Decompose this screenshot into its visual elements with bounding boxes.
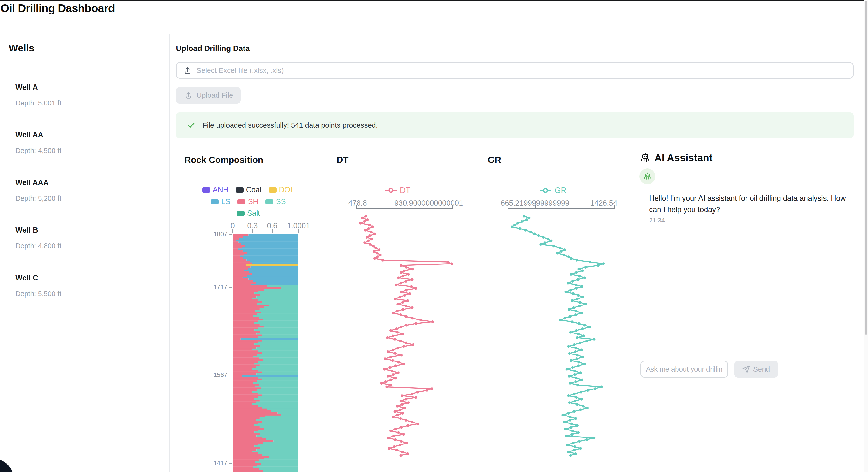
legend-label: DT [400,186,411,195]
rock-depth-tick [228,463,232,464]
legend-swatch [236,187,244,193]
legend-label: Salt [247,209,260,218]
legend-label: SS [276,197,286,206]
upload-success-text: File uploaded successfully! 541 data poi… [203,121,378,129]
assistant-message: Hello! I'm your AI assistant for oil dri… [649,193,848,215]
dt-line-chart[interactable] [354,212,457,472]
rock-depth-tick [228,234,232,235]
legend-item-dol[interactable]: DOL [269,185,294,194]
check-icon [187,121,196,130]
ai-assistant-title: AI Assistant [654,152,712,164]
dt-axis-tick [356,205,357,209]
dev-indicator[interactable] [0,459,14,472]
gr-axis-tick [535,205,535,209]
legend-label: ANH [213,185,228,194]
rock-x-tick [298,230,299,233]
upload-button-label: Upload File [196,91,233,99]
sidebar-item-well-a[interactable]: Well A Depth: 5,001 ft [16,83,151,119]
well-name[interactable]: Well AAA [16,178,151,187]
well-name[interactable]: Well B [16,226,151,235]
header-divider [0,34,864,34]
legend-item-sh[interactable]: SH [238,197,258,206]
rock-depth-tick-label: 1717 [199,283,227,291]
upload-success-alert: File uploaded successfully! 541 data poi… [176,113,854,138]
rock-x-tick [272,230,273,233]
upload-file-button[interactable]: Upload File [176,87,241,104]
legend-item-anh[interactable]: ANH [202,185,228,194]
rock-composition-chart[interactable] [233,233,299,472]
legend-item-ls[interactable]: LS [211,197,230,206]
robot-icon [640,152,651,164]
line-marker-icon [539,187,552,194]
wells-panel-title: Wells [9,42,34,54]
dt-legend-item[interactable]: DT [337,185,458,196]
legend-label: GR [555,186,567,195]
well-name[interactable]: Well C [16,273,151,283]
line-marker-icon [384,187,397,194]
sidebar-item-well-aaa[interactable]: Well AAA Depth: 5,200 ft [16,178,151,214]
rock-depth-tick [228,375,232,376]
legend-swatch [202,187,210,193]
well-name[interactable]: Well A [16,83,151,92]
rock-composition-title: Rock Composition [184,155,263,165]
file-select-input[interactable]: Select Excel file (.xlsx, .xls) [176,62,854,79]
sidebar-divider [169,34,170,472]
legend-label: SH [248,197,258,206]
rock-x-tick [232,230,233,233]
dt-axis-tick [452,205,453,209]
gr-legend-item[interactable]: GR [488,185,618,196]
legend-label: LS [221,197,230,206]
legend-item-coal[interactable]: Coal [236,185,261,194]
upload-section-title: Upload Drilling Data [176,44,250,53]
legend-swatch [266,199,273,204]
rock-legend-row: Salt [184,208,312,219]
well-name[interactable]: Well AA [16,130,151,140]
send-button[interactable]: Send [735,361,778,378]
gr-chart-title: GR [488,155,501,165]
rock-x-tick [252,230,253,233]
rock-depth-tick-label: 1807 [199,231,227,238]
rock-depth-tick-label: 1567 [199,371,227,379]
upload-icon [183,66,192,75]
robot-icon [643,172,652,181]
rock-depth-tick [228,287,232,288]
oil-drilling-dashboard: Oil Drilling Dashboard Wells Well A Dept… [0,0,868,472]
assistant-avatar [640,169,655,184]
rock-x-tick-label: 1.0001 [284,222,313,230]
legend-swatch [237,211,245,216]
gr-axis-tick [614,205,615,209]
upload-icon [184,91,193,100]
chat-input[interactable] [641,361,728,378]
sidebar-item-well-b[interactable]: Well B Depth: 4,800 ft [16,226,151,262]
rock-depth-tick-label: 1417 [199,459,227,467]
paper-plane-icon [742,365,750,373]
page-title: Oil Drilling Dashboard [0,1,115,15]
gr-axis-tick-label: 1426.54 [590,199,617,208]
file-placeholder: Select Excel file (.xlsx, .xls) [196,66,284,75]
message-timestamp: 21:34 [649,217,665,224]
legend-item-salt[interactable]: Salt [237,209,260,218]
rock-legend-row: ANH Coal DOL [184,184,312,196]
sidebar-item-well-aa[interactable]: Well AA Depth: 4,500 ft [16,130,151,166]
scrollbar-thumb[interactable] [865,1,867,335]
legend-swatch [269,187,277,193]
dt-axis-line [356,208,453,209]
ai-assistant-header: AI Assistant [640,152,712,164]
rock-legend-row: LS SH SS [184,196,312,207]
rock-x-tick-label: 0.6 [258,222,287,230]
gr-line-chart[interactable] [505,212,621,472]
legend-item-ss[interactable]: SS [266,197,286,206]
well-depth: Depth: 4,500 ft [16,146,151,155]
legend-label: Coal [246,185,261,194]
dt-chart-title: DT [337,155,348,165]
legend-swatch [238,199,245,204]
window-edge [0,0,868,1]
sidebar-item-well-c[interactable]: Well C Depth: 5,500 ft [16,273,151,309]
well-depth: Depth: 4,800 ft [16,241,151,250]
legend-label: DOL [279,185,294,194]
well-depth: Depth: 5,200 ft [16,194,151,203]
legend-swatch [211,199,219,204]
well-depth: Depth: 5,001 ft [16,98,151,108]
gr-axis-line [508,208,615,209]
dt-axis-tick-label: 478.8 [348,199,367,208]
